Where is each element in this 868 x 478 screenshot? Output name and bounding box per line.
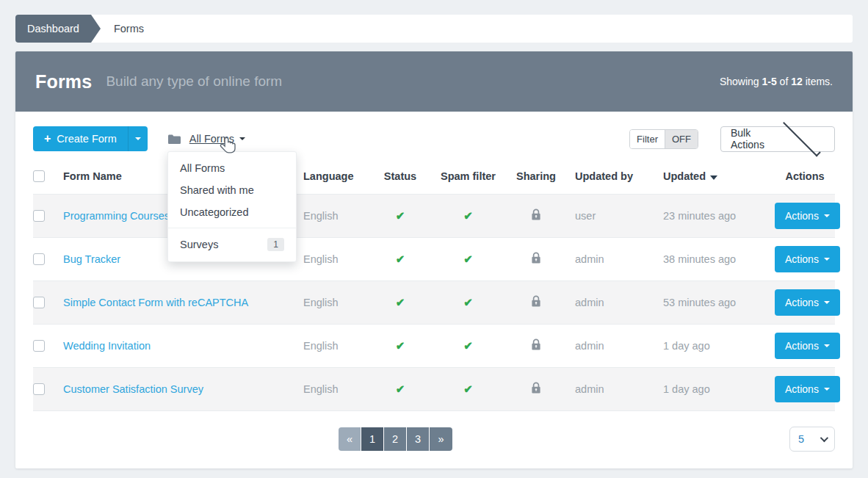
- updated-cell: 23 minutes ago: [657, 194, 775, 237]
- spam-check-icon: ✔: [463, 339, 473, 352]
- actions-button-label: Actions: [785, 383, 819, 395]
- page-title: Forms: [35, 71, 92, 93]
- summary-prefix: Showing: [720, 76, 759, 87]
- page-button[interactable]: »: [430, 427, 452, 451]
- status-cell: ✔: [367, 280, 433, 324]
- folder-dropdown-menu: All FormsShared with meUncategorizedSurv…: [167, 151, 297, 262]
- actions-button-label: Actions: [785, 253, 819, 265]
- actions-button-label: Actions: [785, 340, 819, 352]
- folder-menu-item[interactable]: Uncategorized: [168, 201, 296, 223]
- create-form-button[interactable]: + Create Form: [33, 126, 128, 151]
- caret-down-icon: [824, 214, 830, 217]
- status-check-icon: ✔: [396, 253, 405, 265]
- page-button[interactable]: 3: [407, 427, 430, 451]
- actions-button[interactable]: Actions: [775, 376, 840, 402]
- bulk-actions-select[interactable]: Bulk Actions: [720, 126, 835, 152]
- select-all-checkbox[interactable]: [33, 170, 45, 182]
- page-button[interactable]: 2: [384, 427, 407, 451]
- language-cell: English: [297, 237, 367, 280]
- row-checkbox-cell: [33, 237, 57, 280]
- col-actions: Actions: [775, 159, 835, 194]
- form-name-link[interactable]: Wedding Invitation: [63, 340, 151, 352]
- caret-down-icon: [824, 258, 830, 261]
- status-check-icon: ✔: [396, 339, 405, 352]
- lock-icon: [531, 255, 541, 267]
- form-name-link[interactable]: Customer Satisfaction Survey: [63, 383, 203, 395]
- updated-cell: 53 minutes ago: [657, 280, 775, 324]
- toolbar-right: Filter OFF Bulk Actions: [629, 126, 835, 152]
- row-checkbox-cell: [33, 280, 57, 324]
- actions-button[interactable]: Actions: [775, 203, 840, 229]
- table-row: Wedding InvitationEnglish✔✔admin1 day ag…: [33, 324, 835, 367]
- filter-toggle-label: Filter: [630, 130, 665, 148]
- status-cell: ✔: [367, 324, 433, 367]
- folder-menu-item-label: Shared with me: [180, 184, 254, 196]
- row-checkbox[interactable]: [33, 210, 45, 222]
- summary-range: 1-5: [762, 76, 776, 87]
- chevron-down-icon: [783, 119, 821, 157]
- col-updated[interactable]: Updated: [657, 159, 775, 194]
- folder-chooser: All Forms: [167, 133, 245, 145]
- caret-down-icon: [824, 388, 830, 391]
- sharing-cell: [503, 324, 569, 367]
- page-button[interactable]: 1: [361, 427, 384, 451]
- row-checkbox[interactable]: [33, 253, 45, 265]
- spam-filter-cell: ✔: [433, 237, 503, 280]
- table-row: Programming CoursesEnglish✔✔user23 minut…: [33, 194, 835, 237]
- folder-menu-item-label: All Forms: [180, 162, 225, 174]
- folder-filter-link[interactable]: All Forms: [189, 133, 245, 145]
- panel-header: Forms Build any type of online form Show…: [15, 51, 853, 112]
- summary-of: of: [780, 76, 789, 87]
- filter-toggle[interactable]: Filter OFF: [629, 129, 698, 149]
- form-name-cell: Simple Contact Form with reCAPTCHA: [57, 280, 297, 324]
- actions-button[interactable]: Actions: [775, 289, 840, 316]
- language-cell: English: [297, 367, 367, 410]
- folder-menu-item[interactable]: Surveys1: [168, 233, 296, 256]
- summary-suffix: items.: [806, 76, 833, 87]
- form-name-link[interactable]: Programming Courses: [63, 210, 170, 222]
- col-language: Language: [297, 159, 367, 194]
- status-cell: ✔: [367, 237, 433, 280]
- row-checkbox[interactable]: [33, 297, 45, 308]
- row-checkbox[interactable]: [33, 383, 45, 395]
- create-form-label: Create Form: [57, 133, 116, 145]
- create-form-dropdown-toggle[interactable]: [128, 126, 148, 151]
- col-updated-label: Updated: [663, 170, 706, 182]
- form-name-link[interactable]: Bug Tracker: [63, 253, 120, 265]
- updated-by-cell: admin: [569, 367, 657, 410]
- table-row: Customer Satisfaction SurveyEnglish✔✔adm…: [33, 367, 835, 410]
- sharing-cell: [503, 367, 569, 410]
- form-name-cell: Wedding Invitation: [57, 324, 297, 367]
- actions-button-label: Actions: [785, 210, 819, 222]
- lock-icon: [531, 385, 541, 396]
- spam-check-icon: ✔: [463, 383, 473, 395]
- page-size-value: 5: [798, 433, 804, 445]
- spam-filter-cell: ✔: [433, 367, 503, 410]
- actions-button[interactable]: Actions: [775, 246, 840, 272]
- filter-toggle-state: OFF: [665, 130, 698, 148]
- row-checkbox[interactable]: [33, 340, 45, 352]
- updated-cell: 1 day ago: [657, 324, 775, 367]
- status-check-icon: ✔: [396, 383, 405, 395]
- forms-panel: Forms Build any type of online form Show…: [15, 51, 853, 468]
- caret-down-icon: [824, 301, 830, 304]
- updated-by-cell: admin: [569, 324, 657, 367]
- breadcrumb-current: Forms: [114, 23, 144, 35]
- breadcrumb-dashboard[interactable]: Dashboard: [15, 15, 101, 43]
- sharing-cell: [503, 237, 569, 280]
- col-status: Status: [367, 159, 433, 194]
- table-header-row: Form Name Language Status Spam filter Sh…: [33, 159, 835, 194]
- updated-by-cell: admin: [569, 280, 657, 324]
- actions-button[interactable]: Actions: [775, 333, 840, 359]
- col-spam-filter: Spam filter: [433, 159, 503, 194]
- form-name-link[interactable]: Simple Contact Form with reCAPTCHA: [63, 297, 248, 308]
- row-checkbox-cell: [33, 194, 57, 237]
- forms-table: Form Name Language Status Spam filter Sh…: [33, 159, 835, 411]
- actions-cell: Actions: [775, 237, 835, 280]
- folder-menu-item-label: Uncategorized: [180, 206, 249, 218]
- page-button: «: [339, 427, 361, 451]
- folder-menu-item[interactable]: All Forms: [168, 157, 296, 179]
- spam-check-icon: ✔: [463, 253, 473, 265]
- folder-menu-item[interactable]: Shared with me: [168, 179, 296, 201]
- page-size-select[interactable]: 5: [789, 427, 835, 452]
